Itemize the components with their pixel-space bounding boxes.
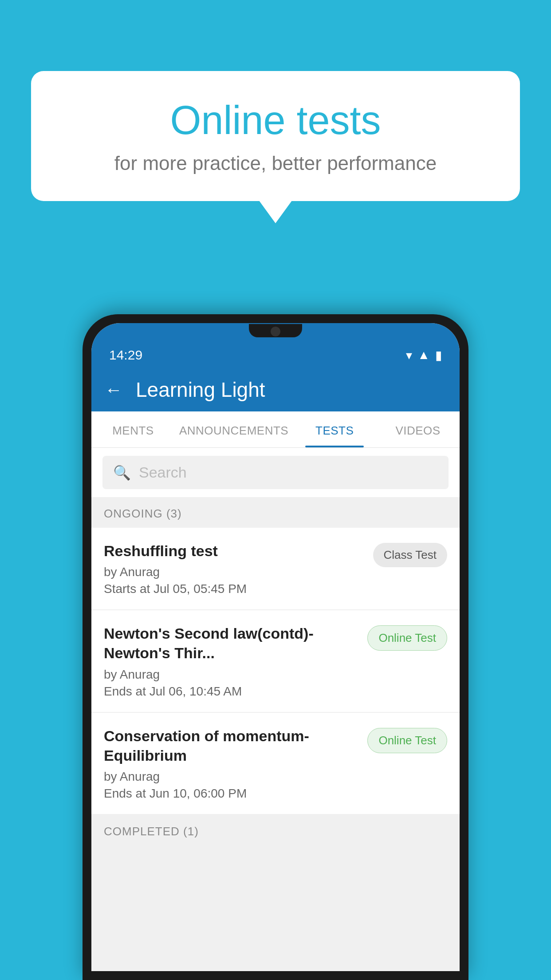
content-area: ONGOING (3) Reshuffling test by Anurag S… (91, 497, 460, 971)
test-info-3: Conservation of momentum-Equilibrium by … (104, 726, 358, 801)
bubble-subtitle: for more practice, better performance (53, 152, 498, 174)
wifi-icon: ▾ (406, 348, 412, 363)
test-item-3[interactable]: Conservation of momentum-Equilibrium by … (91, 713, 460, 814)
test-by-3: by Anurag (104, 770, 358, 784)
test-time-2: Ends at Jul 06, 10:45 AM (104, 684, 358, 699)
app-title: Learning Light (136, 378, 265, 402)
test-by-2: by Anurag (104, 668, 358, 682)
search-box[interactable]: 🔍 Search (102, 456, 449, 489)
tab-tests[interactable]: TESTS (293, 411, 376, 447)
bubble-title: Online tests (53, 98, 498, 143)
phone-camera (271, 327, 280, 336)
test-item-1[interactable]: Reshuffling test by Anurag Starts at Jul… (91, 528, 460, 609)
tab-videos[interactable]: VIDEOS (376, 411, 460, 447)
search-icon: 🔍 (113, 464, 131, 481)
back-button[interactable]: ← (105, 380, 122, 400)
tab-ments[interactable]: MENTS (91, 411, 175, 447)
ongoing-section-header: ONGOING (3) (91, 497, 460, 528)
speech-bubble: Online tests for more practice, better p… (31, 71, 520, 201)
test-time-1: Starts at Jul 05, 05:45 PM (104, 582, 364, 596)
test-by-1: by Anurag (104, 565, 364, 579)
signal-icon: ▲ (417, 348, 430, 362)
test-name-2: Newton's Second law(contd)-Newton's Thir… (104, 624, 358, 663)
test-badge-3: Online Test (367, 728, 447, 753)
test-badge-2: Online Test (367, 625, 447, 651)
test-name-1: Reshuffling test (104, 541, 364, 561)
search-placeholder: Search (139, 464, 187, 481)
tabs-bar: MENTS ANNOUNCEMENTS TESTS VIDEOS (91, 411, 460, 448)
tab-announcements[interactable]: ANNOUNCEMENTS (175, 411, 293, 447)
search-container: 🔍 Search (91, 448, 460, 497)
completed-section-header: COMPLETED (1) (91, 815, 460, 846)
status-icons: ▾ ▲ ▮ (406, 348, 442, 363)
phone-screen: 14:29 ▾ ▲ ▮ ← Learning Light MENTS ANNOU… (91, 323, 460, 971)
test-time-3: Ends at Jun 10, 06:00 PM (104, 786, 358, 801)
battery-icon: ▮ (435, 348, 442, 363)
test-info-1: Reshuffling test by Anurag Starts at Jul… (104, 541, 364, 596)
status-time: 14:29 (109, 348, 142, 363)
test-info-2: Newton's Second law(contd)-Newton's Thir… (104, 624, 358, 698)
app-bar: ← Learning Light (91, 368, 460, 411)
test-badge-1: Class Test (373, 543, 447, 567)
test-name-3: Conservation of momentum-Equilibrium (104, 726, 358, 765)
phone-frame: 14:29 ▾ ▲ ▮ ← Learning Light MENTS ANNOU… (83, 314, 468, 980)
test-item-2[interactable]: Newton's Second law(contd)-Newton's Thir… (91, 610, 460, 711)
